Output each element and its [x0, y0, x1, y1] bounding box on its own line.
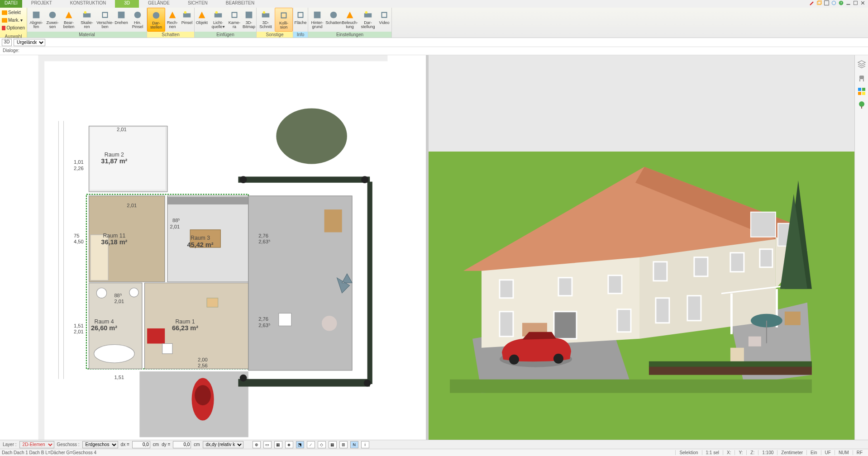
svg-rect-103: [862, 88, 865, 91]
menu-tab-sichten[interactable]: SICHTEN: [179, 0, 217, 8]
ribbon-btn-darstellung[interactable]: Dar-stellung: [359, 8, 377, 32]
ribbon-btn-kamera[interactable]: Kame-ra: [227, 8, 242, 32]
coord-mode-select[interactable]: dx,dy (relativ ka: [203, 441, 243, 448]
layer-select[interactable]: 2D-Elemen: [19, 441, 54, 448]
tree-icon[interactable]: [857, 100, 866, 109]
snap4-icon[interactable]: ⟋: [307, 441, 315, 448]
svg-rect-91: [749, 336, 761, 346]
restore-icon[interactable]: [816, 0, 822, 6]
menu-file[interactable]: DATEI: [0, 0, 22, 8]
view-mode-select[interactable]: 3D: [2, 39, 12, 46]
status-num: NUM: [835, 450, 853, 455]
ribbon-btn-flche[interactable]: Fläche: [293, 8, 308, 32]
svg-rect-36: [167, 197, 248, 204]
layers-icon[interactable]: [857, 60, 866, 69]
snap3-icon[interactable]: ⬔: [296, 441, 304, 448]
grid-icon[interactable]: ▦: [329, 441, 337, 448]
target-icon[interactable]: ⊕: [253, 441, 261, 448]
status-uf: UF: [821, 450, 835, 455]
n-icon[interactable]: N: [350, 441, 358, 448]
svg-rect-81: [656, 298, 669, 323]
snap2-icon[interactable]: ◈: [285, 441, 293, 448]
ribbon-btn-video[interactable]: Video: [377, 8, 391, 32]
ribbon-btn-label: Beleuch-tung: [342, 21, 358, 29]
menu-tab-gelaende[interactable]: GELÄNDE: [139, 0, 179, 8]
ribbon-btn-darstellen[interactable]: Dar-stellen: [147, 8, 165, 32]
pencil-icon[interactable]: [809, 0, 815, 6]
palette-icon[interactable]: [857, 87, 866, 96]
svg-rect-97: [649, 361, 812, 366]
help-icon[interactable]: ?: [838, 0, 844, 6]
ribbon-btn-dbitmap[interactable]: 3D-Bitmap: [242, 8, 256, 32]
options-mode[interactable]: Optionen: [1, 24, 26, 32]
svg-rect-7: [854, 1, 857, 5]
dy-input[interactable]: [173, 441, 191, 448]
ribbon-btn-label: Dar-stellung: [361, 21, 375, 29]
selection-group-label: Auswahl: [1, 34, 26, 39]
ribbon-btn-bearbeiten[interactable]: Bear-beiten: [60, 8, 78, 32]
svg-rect-44: [162, 344, 172, 354]
dim-text: 2,01: [127, 203, 137, 208]
ribbon-btn-schatten[interactable]: Schatten: [326, 8, 341, 32]
screen-icon[interactable]: ▭: [263, 441, 272, 448]
room-area: 36,18 m²: [101, 238, 127, 246]
3d-view[interactable]: [429, 55, 854, 440]
dim-text: 75: [74, 233, 79, 238]
svg-point-21: [263, 11, 266, 14]
ribbon-btn-hinpinsel[interactable]: Hin.Pinsel: [129, 8, 147, 32]
chair-icon[interactable]: [857, 73, 866, 82]
dim-text: 2,26: [74, 166, 84, 171]
menu-tab-projekt[interactable]: PROJEKT: [22, 0, 61, 8]
ribbon-btn-dschnitt[interactable]: 3D-Schnitt: [257, 8, 275, 32]
ribbon-btn-hintergrund[interactable]: Hinter-grund: [308, 8, 326, 32]
dim-text: 2,76: [258, 316, 268, 322]
ribbon-btn-objekt[interactable]: Objekt: [195, 8, 209, 32]
mark-mode[interactable]: Mark.▾: [1, 16, 26, 24]
snap1-icon[interactable]: ▦: [274, 441, 282, 448]
menu-bar: DATEI PROJEKT KONSTRUKTION 3D GELÄNDE SI…: [0, 0, 868, 8]
ribbon-btn-zuweisen[interactable]: Zuwei-sen: [45, 8, 60, 32]
ribbon-group-label: Material: [27, 32, 147, 38]
ribbon-btn-beleuchtung[interactable]: Beleuch-tung: [341, 8, 359, 32]
svg-rect-15: [183, 13, 191, 17]
dx-input[interactable]: [132, 441, 150, 448]
floorplan-view[interactable]: Raum 231,87 m²Raum 1136,18 m²Raum 345,42…: [0, 55, 429, 440]
ribbon-btn-label: Licht-quelle▾: [211, 21, 224, 29]
dialog-row: Dialoge:: [0, 47, 868, 55]
dim-text: 1,51: [114, 375, 124, 380]
ribbon-btn-abgreifen[interactable]: Abgrei-fen: [27, 8, 45, 32]
ribbon-btn-pinsel[interactable]: Pinsel: [180, 8, 194, 32]
ribbon-btn-drehen[interactable]: Drehen: [114, 8, 129, 32]
close-icon[interactable]: [860, 0, 866, 6]
svg-point-57: [240, 375, 247, 382]
ribbon-group-label: Schatten: [147, 32, 194, 38]
settings-icon[interactable]: [831, 0, 837, 6]
ribbon-btn-lichtquelle[interactable]: Licht-quelle▾: [209, 8, 227, 32]
storey-select[interactable]: Erdgeschos: [82, 441, 118, 448]
select-mode[interactable]: Selekt: [1, 9, 26, 16]
axis-icon[interactable]: ⊞: [339, 441, 348, 448]
fullscreen-icon[interactable]: [824, 0, 830, 6]
menu-tab-3d[interactable]: 3D: [115, 0, 139, 8]
status-x: X:: [723, 450, 734, 455]
ribbon-btn-verschieben[interactable]: Verschie-ben: [96, 8, 114, 32]
maximize-icon[interactable]: [853, 0, 858, 6]
ribbon-btn-skalieren[interactable]: Skalie-ren: [78, 8, 96, 32]
svg-rect-2: [825, 1, 829, 5]
snap5-icon[interactable]: ◇: [318, 441, 326, 448]
terrain-select[interactable]: Urgelände: [14, 39, 45, 46]
ribbon-btn-label: Abgrei-fen: [29, 21, 43, 29]
svg-rect-12: [118, 12, 125, 19]
svg-rect-54: [367, 182, 372, 384]
menu-tab-konstruktion[interactable]: KONSTRUKTION: [61, 0, 115, 8]
ribbon-btn-kollision[interactable]: Kolli-sion: [275, 8, 293, 32]
dim-text: 1,01: [74, 159, 84, 165]
room-name: Raum 11: [103, 233, 125, 239]
menu-tab-bearbeiten[interactable]: BEARBEITEN: [217, 0, 263, 8]
svg-point-25: [365, 11, 368, 14]
svg-rect-102: [858, 88, 861, 91]
room-name: Raum 1: [175, 318, 195, 325]
i-icon[interactable]: i: [361, 441, 369, 448]
minimize-icon[interactable]: [845, 0, 851, 6]
ribbon-btn-rechnen[interactable]: Rech-nen: [165, 8, 180, 32]
